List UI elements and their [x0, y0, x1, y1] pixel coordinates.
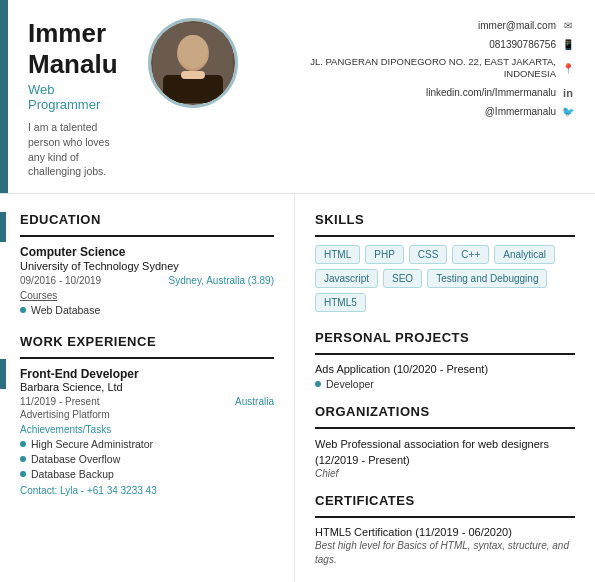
bullet-icon: [20, 441, 26, 447]
achievement-text-2: Database Overflow: [31, 453, 120, 465]
org-desc-text: Web Professional association for web des…: [315, 438, 549, 450]
header-description: I am a talented person who loves any kin…: [28, 120, 118, 179]
location-icon: 📍: [561, 61, 575, 75]
work-section: WORK EXPERIENCE Front-End Developer Barb…: [20, 334, 274, 496]
skill-tag-php: PHP: [365, 245, 404, 264]
edu-dates: 09/2016 - 10/2019: [20, 275, 101, 286]
header-info: Immer Manalu Web Programmer I am a talen…: [20, 18, 118, 179]
skill-tag-cpp: C++: [452, 245, 489, 264]
right-column: SKILLS HTML PHP CSS C++ Analytical Javas…: [295, 194, 595, 582]
skill-tag-seo: SEO: [383, 269, 422, 288]
course-name: Web Database: [31, 304, 100, 316]
courses-label: Courses: [20, 290, 274, 301]
skills-divider: [315, 235, 575, 237]
header: Immer Manalu Web Programmer I am a talen…: [0, 0, 595, 194]
full-name: Immer Manalu: [28, 18, 118, 80]
twitter-icon: 🐦: [561, 105, 575, 119]
left-accent-bar-education: [0, 212, 6, 242]
main-content: EDUCATION Computer Science University of…: [0, 194, 595, 582]
org-dates: (12/2019 - Present): [315, 454, 410, 466]
skills-title: SKILLS: [315, 212, 575, 227]
skills-section: SKILLS HTML PHP CSS C++ Analytical Javas…: [315, 212, 575, 312]
contact-ref: Contact: Lyla - +61 34 3233 43: [20, 485, 274, 496]
address-text: JL. PANGERAN DIPONEGORO NO. 22, EAST JAK…: [268, 56, 556, 81]
job-platform: Advertising Platform: [20, 409, 274, 420]
cert-divider: [315, 516, 575, 518]
degree: Computer Science: [20, 245, 274, 259]
address-contact: JL. PANGERAN DIPONEGORO NO. 22, EAST JAK…: [268, 56, 575, 81]
contact-info: immer@mail.com ✉ 081390786756 📱 JL. PANG…: [268, 18, 575, 119]
achievement-text-1: High Secure Administrator: [31, 438, 153, 450]
profile-photo-area: [148, 18, 238, 108]
phone-contact: 081390786756 📱: [489, 37, 575, 51]
skill-tag-testing: Testing and Debugging: [427, 269, 547, 288]
achievement-3: Database Backup: [20, 468, 274, 480]
certificates-section: CERTIFICATES HTML5 Certification (11/201…: [315, 493, 575, 567]
skills-tags-container: HTML PHP CSS C++ Analytical Javascript S…: [315, 245, 575, 312]
twitter-contact: @Immermanalu 🐦: [485, 105, 575, 119]
photo-placeholder: [151, 21, 235, 105]
svg-rect-4: [163, 75, 223, 103]
email-contact: immer@mail.com ✉: [478, 18, 575, 32]
job-dates: 11/2019 - Present: [20, 396, 100, 407]
left-accent-bar-work: [0, 359, 6, 389]
contact-label: Contact:: [20, 485, 57, 496]
course-item: Web Database: [20, 304, 274, 316]
phone-text: 081390786756: [489, 39, 556, 50]
linkedin-icon: in: [561, 86, 575, 100]
education-title: EDUCATION: [20, 212, 274, 227]
projects-section: PERSONAL PROJECTS Ads Application (10/20…: [315, 330, 575, 390]
skill-tag-html: HTML: [315, 245, 360, 264]
job-title-text: Front-End Developer: [20, 367, 274, 381]
job-title: Web Programmer: [28, 82, 118, 112]
skill-tag-analytical: Analytical: [494, 245, 555, 264]
twitter-text: @Immermanalu: [485, 106, 556, 117]
email-icon: ✉: [561, 18, 575, 32]
linkedin-contact: linkedin.com/in/Immermanalu in: [426, 86, 575, 100]
job-dates-row: 11/2019 - Present Australia: [20, 396, 274, 407]
phone-icon: 📱: [561, 37, 575, 51]
project-role: Developer: [326, 378, 374, 390]
contact-number: +61 34 3233 43: [87, 485, 157, 496]
edu-dates-row: 09/2016 - 10/2019 Sydney, Australia (3.8…: [20, 275, 274, 286]
svg-rect-5: [181, 71, 205, 79]
achievement-1: High Secure Administrator: [20, 438, 274, 450]
cert-title-heading: CERTIFICATES: [315, 493, 575, 508]
bullet-icon: [20, 456, 26, 462]
education-divider: [20, 235, 274, 237]
work-title: WORK EXPERIENCE: [20, 334, 274, 349]
org-divider: [315, 427, 575, 429]
projects-divider: [315, 353, 575, 355]
org-description: Web Professional association for web des…: [315, 437, 575, 468]
contact-person: Lyla: [60, 485, 78, 496]
header-accent-bar: [0, 0, 8, 193]
education-section: EDUCATION Computer Science University of…: [20, 212, 274, 316]
achievement-text-3: Database Backup: [31, 468, 114, 480]
cert-name: HTML5 Certification (11/2019 - 06/2020): [315, 526, 575, 538]
organizations-section: ORGANIZATIONS Web Professional associati…: [315, 404, 575, 479]
achievement-2: Database Overflow: [20, 453, 274, 465]
achievements-label: Achievements/Tasks: [20, 424, 274, 435]
cert-description: Best high level for Basics of HTML, synt…: [315, 539, 575, 567]
org-role: Chief: [315, 468, 575, 479]
skill-tag-javascript: Javascript: [315, 269, 378, 288]
bullet-icon: [315, 381, 321, 387]
company-name: Barbara Science, Ltd: [20, 381, 274, 393]
job-location: Australia: [235, 396, 274, 407]
edu-location: Sydney, Australia (3.89): [169, 275, 274, 286]
project-name: Ads Application (10/2020 - Present): [315, 363, 575, 375]
skill-tag-html5: HTML5: [315, 293, 366, 312]
org-title: ORGANIZATIONS: [315, 404, 575, 419]
project-role-item: Developer: [315, 378, 575, 390]
skill-tag-css: CSS: [409, 245, 448, 264]
bullet-icon: [20, 471, 26, 477]
university: University of Technology Sydney: [20, 260, 274, 272]
linkedin-text: linkedin.com/in/Immermanalu: [426, 87, 556, 98]
profile-photo: [148, 18, 238, 108]
left-column: EDUCATION Computer Science University of…: [0, 194, 295, 582]
bullet-icon: [20, 307, 26, 313]
work-divider: [20, 357, 274, 359]
email-text: immer@mail.com: [478, 20, 556, 31]
projects-title: PERSONAL PROJECTS: [315, 330, 575, 345]
